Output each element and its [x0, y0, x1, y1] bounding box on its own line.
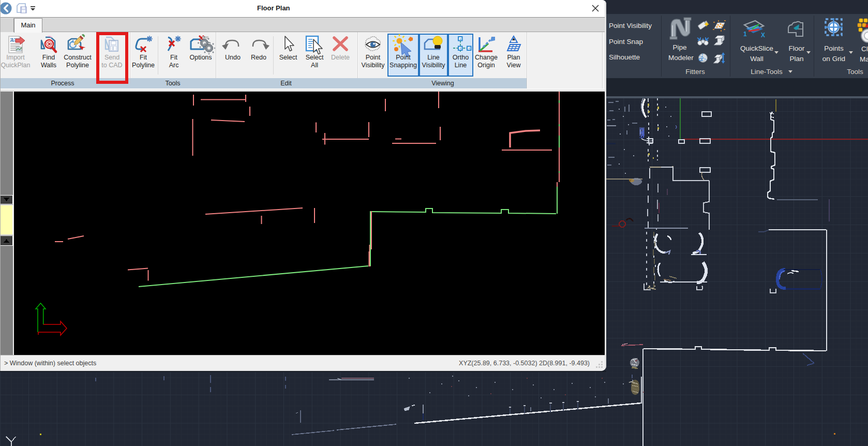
svg-text:X: X [761, 32, 765, 39]
svg-text:1: 1 [743, 31, 747, 38]
